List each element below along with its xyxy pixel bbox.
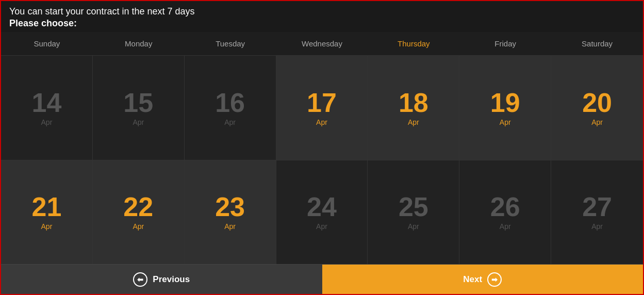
day-number: 16 [215, 89, 245, 116]
day-month: Apr [133, 118, 144, 126]
day-cell-23[interactable]: 23Apr [185, 160, 276, 265]
previous-button[interactable]: ⬅ Previous [1, 265, 322, 294]
day-header-monday: Monday [93, 32, 185, 55]
day-cell-17[interactable]: 17Apr [276, 56, 368, 160]
day-month: Apr [316, 118, 327, 126]
calendar-row-0: 14Apr15Apr16Apr17Apr18Apr19Apr20Apr [1, 56, 643, 160]
day-number: 21 [32, 193, 62, 220]
footer: ⬅ Previous Next ➡ [0, 264, 644, 295]
day-number: 15 [123, 89, 153, 116]
day-month: Apr [408, 118, 419, 126]
day-number: 25 [399, 193, 428, 220]
day-cell-22[interactable]: 22Apr [93, 160, 185, 265]
day-month: Apr [500, 118, 511, 126]
header-subtitle: Please choose: [9, 18, 635, 29]
day-month: Apr [316, 222, 327, 231]
day-cell-24: 24Apr [276, 160, 368, 265]
day-number: 20 [582, 89, 612, 116]
day-number: 17 [307, 89, 337, 116]
page-header: You can start your contract in the next … [0, 0, 644, 32]
day-cell-18[interactable]: 18Apr [368, 56, 459, 160]
day-cell-21[interactable]: 21Apr [1, 160, 93, 265]
day-month: Apr [500, 222, 511, 231]
day-header-thursday: Thursday [368, 32, 459, 55]
day-number: 23 [215, 193, 245, 220]
next-label: Next [463, 274, 482, 285]
day-number: 24 [307, 193, 337, 220]
day-header-tuesday: Tuesday [185, 32, 276, 55]
day-month: Apr [133, 222, 144, 231]
calendar: SundayMondayTuesdayWednesdayThursdayFrid… [0, 32, 644, 264]
day-month: Apr [591, 222, 603, 231]
header-title: You can start your contract in the next … [9, 6, 635, 17]
day-month: Apr [591, 118, 603, 126]
day-number: 27 [582, 193, 612, 220]
day-number: 22 [123, 193, 153, 220]
next-icon: ➡ [487, 272, 502, 287]
day-month: Apr [224, 222, 236, 231]
day-number: 14 [32, 89, 62, 116]
day-header-saturday: Saturday [551, 32, 643, 55]
day-cell-15: 15Apr [93, 56, 185, 160]
day-month: Apr [408, 222, 419, 231]
next-button[interactable]: Next ➡ [322, 265, 643, 294]
day-month: Apr [41, 118, 53, 126]
day-header-wednesday: Wednesday [276, 32, 368, 55]
day-cell-25: 25Apr [368, 160, 459, 265]
day-cell-16: 16Apr [185, 56, 276, 160]
day-cell-20[interactable]: 20Apr [551, 56, 643, 160]
day-cell-26: 26Apr [459, 160, 551, 265]
day-month: Apr [41, 222, 53, 231]
day-cell-19[interactable]: 19Apr [459, 56, 551, 160]
day-number: 18 [399, 89, 428, 116]
previous-label: Previous [153, 274, 190, 285]
day-month: Apr [224, 118, 236, 126]
day-cell-14: 14Apr [1, 56, 93, 160]
day-number: 19 [490, 89, 520, 116]
previous-icon: ⬅ [133, 272, 147, 287]
day-number: 26 [490, 193, 520, 220]
calendar-row-1: 21Apr22Apr23Apr24Apr25Apr26Apr27Apr [1, 160, 643, 265]
day-cell-27: 27Apr [551, 160, 643, 265]
day-header-sunday: Sunday [1, 32, 93, 55]
calendar-header: SundayMondayTuesdayWednesdayThursdayFrid… [1, 32, 643, 56]
calendar-grid: 14Apr15Apr16Apr17Apr18Apr19Apr20Apr21Apr… [1, 56, 643, 264]
day-header-friday: Friday [459, 32, 551, 55]
